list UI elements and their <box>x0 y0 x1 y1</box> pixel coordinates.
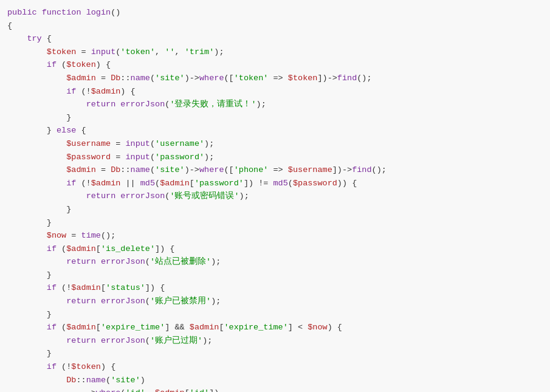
code-container: public function login() { try { $token =… <box>0 0 550 392</box>
